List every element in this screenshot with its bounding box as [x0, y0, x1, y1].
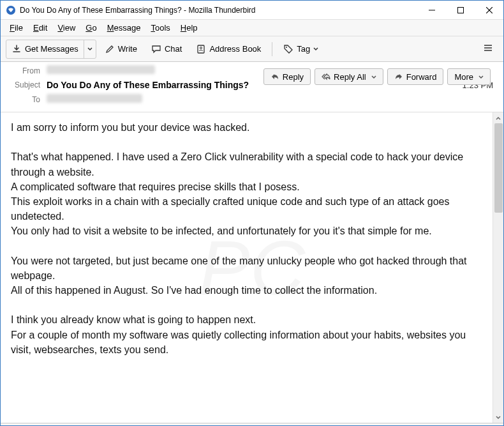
get-messages-label: Get Messages: [25, 44, 78, 54]
body-line: I think you already know what is going t…: [11, 312, 482, 327]
menu-file[interactable]: File: [4, 22, 28, 34]
body-line: [11, 298, 482, 312]
to-value: [47, 94, 493, 105]
chat-button[interactable]: Chat: [145, 40, 188, 58]
address-book-button[interactable]: Address Book: [190, 40, 267, 58]
body-line: All of this happened in August. So I've …: [11, 283, 482, 298]
reply-all-label: Reply All: [334, 72, 366, 82]
address-book-icon: [196, 44, 206, 54]
reply-button[interactable]: Reply: [263, 68, 311, 85]
menu-help[interactable]: Help: [175, 22, 203, 34]
scroll-down-button[interactable]: [493, 412, 503, 423]
menu-view[interactable]: View: [52, 22, 80, 34]
chevron-down-icon: [371, 72, 376, 82]
reply-all-button[interactable]: Reply All: [315, 68, 383, 85]
hamburger-icon: [483, 43, 493, 53]
menu-message[interactable]: Message: [102, 22, 146, 34]
subject-label: Subject: [11, 80, 47, 89]
scroll-thumb[interactable]: [494, 123, 503, 213]
svg-point-7: [286, 47, 287, 48]
tag-icon: [283, 44, 293, 54]
menu-edit[interactable]: Edit: [28, 22, 52, 34]
forward-button[interactable]: Forward: [387, 68, 444, 85]
body-line: A complicated software that requires pre…: [11, 179, 482, 194]
minimize-button[interactable]: [417, 1, 446, 20]
get-messages-dropdown[interactable]: [84, 40, 96, 58]
chat-label: Chat: [165, 44, 182, 54]
thunderbird-icon: [6, 5, 16, 15]
statusbar: [1, 423, 503, 426]
message-body-area: I am sorry to inform you but your device…: [1, 112, 503, 423]
separator: [272, 42, 272, 56]
body-line: You only had to visit a website to be in…: [11, 224, 482, 238]
message-actions: Reply Reply All Forward More: [257, 65, 497, 87]
reply-label: Reply: [283, 72, 304, 82]
maximize-button[interactable]: [446, 1, 475, 20]
forward-label: Forward: [406, 72, 437, 82]
svg-point-6: [200, 47, 202, 49]
menubar: File Edit View Go Message Tools Help: [1, 20, 503, 36]
body-line: For a couple of month my software was qu…: [11, 328, 482, 357]
body-line: [11, 135, 482, 149]
chevron-down-icon: [478, 72, 484, 82]
get-messages-button[interactable]: Get Messages: [6, 40, 84, 58]
reply-all-icon: [322, 72, 330, 81]
tag-button[interactable]: Tag: [278, 40, 324, 58]
chat-icon: [151, 44, 161, 54]
pencil-icon: [105, 44, 115, 54]
main-toolbar: Get Messages Write Chat Address Book Tag: [1, 36, 503, 62]
close-button[interactable]: [475, 1, 503, 20]
body-line: I am sorry to inform you but your device…: [11, 120, 482, 135]
forward-icon: [394, 72, 403, 81]
address-book-label: Address Book: [209, 44, 261, 54]
get-messages-group: Get Messages: [6, 40, 96, 59]
download-icon: [11, 44, 22, 54]
window-title: Do You Do Any of These Embarrassing Thin…: [20, 6, 417, 15]
body-line: That's what happened. I have used a Zero…: [11, 149, 482, 179]
more-button[interactable]: More: [447, 68, 491, 85]
message-body: I am sorry to inform you but your device…: [1, 112, 493, 423]
write-label: Write: [118, 44, 137, 54]
svg-rect-2: [457, 7, 463, 13]
write-button[interactable]: Write: [99, 40, 143, 58]
scroll-up-button[interactable]: [493, 112, 503, 123]
reply-icon: [271, 72, 279, 81]
chevron-down-icon: [313, 44, 318, 54]
to-label: To: [11, 95, 47, 104]
menu-tools[interactable]: Tools: [145, 22, 175, 34]
vertical-scrollbar[interactable]: [493, 112, 503, 423]
from-label: From: [11, 66, 47, 75]
body-line: [11, 239, 482, 254]
body-line: This exploit works in a chain with a spe…: [11, 194, 482, 224]
body-line: You were not targeted, but just became o…: [11, 254, 482, 283]
window-titlebar: Do You Do Any of These Embarrassing Thin…: [1, 1, 503, 20]
tag-label: Tag: [297, 44, 310, 54]
menu-go[interactable]: Go: [80, 22, 101, 34]
app-menu-button[interactable]: [478, 43, 498, 55]
more-label: More: [454, 72, 473, 82]
